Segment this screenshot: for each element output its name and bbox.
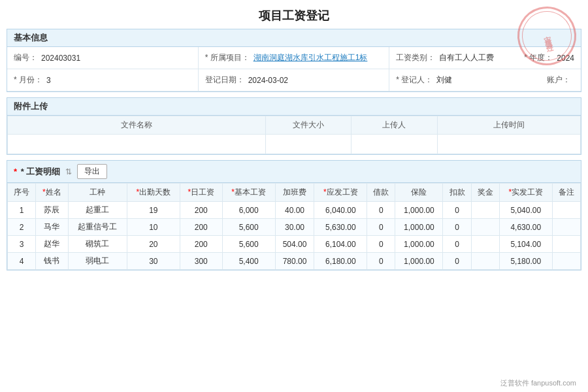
attach-col-name: 文件名称 (8, 116, 266, 135)
cell-r1-c2: 起重信号工 (68, 219, 127, 236)
cell-r1-c1: 马华 (36, 219, 68, 236)
salary-col-7: *应发工资 (314, 184, 367, 202)
salary-title: * * 工资明细 (14, 166, 60, 178)
salary-col-9: 保险 (395, 184, 443, 202)
dengjidate-label: 登记日期： (205, 74, 244, 86)
bianhao-value: 202403031 (41, 54, 80, 63)
yuefen-value: 3 (46, 76, 51, 85)
cell-r1-c6: 30.00 (275, 219, 314, 236)
salary-table: 序号*姓名工种*出勤天数*日工资*基本工资加班费*应发工资借款保险扣款奖金*实发… (7, 183, 581, 270)
salary-section: * * 工资明细 ⇅ 导出 序号*姓名工种*出勤天数*日工资*基本工资加班费*应… (7, 160, 581, 270)
cell-r1-c5: 5,600 (222, 219, 275, 236)
cell-r0-c8: 0 (367, 202, 395, 219)
attach-col-uploader: 上传人 (351, 116, 438, 135)
salary-body: 1苏辰起重工192006,00040.006,040.0001,000.0005… (8, 202, 581, 270)
salary-header: * * 工资明细 ⇅ 导出 (7, 161, 581, 183)
export-button[interactable]: 导出 (77, 164, 107, 179)
cell-r1-c11 (471, 219, 499, 236)
zhanghu-label: 账户： (547, 74, 570, 86)
basic-info-grid: 编号： 202403031 * 所属项目： 湖南洞庭湖水库引水工程施工1标 工资… (7, 47, 581, 91)
bianhao-cell: 编号： 202403031 (7, 47, 199, 69)
cell-r2-c9: 1,000.00 (395, 236, 443, 253)
table-row: 1苏辰起重工192006,00040.006,040.0001,000.0005… (8, 202, 581, 219)
cell-r2-c1: 赵华 (36, 236, 68, 253)
cell-r1-c3: 10 (127, 219, 180, 236)
cell-r0-c0: 1 (8, 202, 36, 219)
cell-r1-c4: 200 (180, 219, 222, 236)
cell-r0-c7: 6,040.00 (314, 202, 367, 219)
dengjidate-value: 2024-03-02 (248, 76, 288, 85)
cell-r1-c12: 4,630.00 (499, 219, 552, 236)
dengjiren-label: * 登记人： (396, 74, 433, 86)
cell-r3-c3: 30 (127, 253, 180, 270)
cell-r1-c8: 0 (367, 219, 395, 236)
cell-r0-c2: 起重工 (68, 202, 127, 219)
cell-r0-c1: 苏辰 (36, 202, 68, 219)
cell-r2-c11 (471, 236, 499, 253)
salary-table-wrap[interactable]: 序号*姓名工种*出勤天数*日工资*基本工资加班费*应发工资借款保险扣款奖金*实发… (7, 183, 581, 270)
cell-r1-c9: 1,000.00 (395, 219, 443, 236)
cell-r2-c3: 20 (127, 236, 180, 253)
branding: 泛普软件 fanpusoft.com (500, 378, 576, 388)
cell-r2-c7: 6,104.00 (314, 236, 367, 253)
cell-r1-c13 (552, 219, 580, 236)
table-row: 2马华起重信号工102005,60030.005,630.0001,000.00… (8, 219, 581, 236)
cell-r2-c12: 5,104.00 (499, 236, 552, 253)
gongzileibie-value: 自有工人人工费 (439, 52, 494, 63)
cell-r0-c6: 40.00 (275, 202, 314, 219)
cell-r2-c13 (552, 236, 580, 253)
cell-r0-c4: 200 (180, 202, 222, 219)
cell-r0-c10: 0 (443, 202, 471, 219)
cell-r1-c10: 0 (443, 219, 471, 236)
salary-col-10: 扣款 (443, 184, 471, 202)
cell-r2-c2: 砌筑工 (68, 236, 127, 253)
cell-r0-c5: 6,000 (222, 202, 275, 219)
cell-r2-c5: 5,600 (222, 236, 275, 253)
yuefen-label: * 月份： (14, 74, 42, 86)
suoshu-cell: * 所属项目： 湖南洞庭湖水库引水工程施工1标 (199, 47, 390, 69)
cell-r3-c5: 5,400 (222, 253, 275, 270)
cell-r3-c7: 6,180.00 (314, 253, 367, 270)
basic-info-section: 基本信息 编号： 202403031 * 所属项目： 湖南洞庭湖水库引水工程施工… (7, 29, 581, 92)
cell-r2-c4: 200 (180, 236, 222, 253)
cell-r3-c8: 0 (367, 253, 395, 270)
cell-r3-c9: 1,000.00 (395, 253, 443, 270)
page-title: 项目工资登记 (0, 0, 588, 29)
salary-col-13: 备注 (552, 184, 580, 202)
table-row: 3赵华砌筑工202005,600504.006,104.0001,000.000… (8, 236, 581, 253)
salary-col-11: 奖金 (471, 184, 499, 202)
cell-r3-c4: 300 (180, 253, 222, 270)
cell-r0-c3: 19 (127, 202, 180, 219)
niandu-value: 2024 (557, 54, 574, 63)
cell-r2-c8: 0 (367, 236, 395, 253)
cell-r3-c10: 0 (443, 253, 471, 270)
suoshu-value[interactable]: 湖南洞庭湖水库引水工程施工1标 (253, 52, 368, 63)
yuefen-cell: * 月份： 3 (7, 69, 199, 91)
cell-r2-c6: 504.00 (275, 236, 314, 253)
sort-icon: ⇅ (65, 167, 72, 176)
cell-r2-c0: 3 (8, 236, 36, 253)
salary-col-4: *日工资 (180, 184, 222, 202)
cell-r3-c0: 4 (8, 253, 36, 270)
salary-col-2: 工种 (68, 184, 127, 202)
salary-col-12: *实发工资 (499, 184, 552, 202)
salary-col-5: *基本工资 (222, 184, 275, 202)
cell-r0-c13 (552, 202, 580, 219)
attach-col-time: 上传时间 (437, 116, 580, 135)
cell-r1-c0: 2 (8, 219, 36, 236)
cell-r0-c9: 1,000.00 (395, 202, 443, 219)
niandu-label: * 年度： (524, 52, 553, 63)
salary-col-3: *出勤天数 (127, 184, 180, 202)
attachment-header: 附件上传 (7, 98, 581, 116)
cell-r0-c12: 5,040.00 (499, 202, 552, 219)
cell-r3-c12: 5,180.00 (499, 253, 552, 270)
attachment-table: 文件名称 文件大小 上传人 上传时间 (7, 116, 581, 154)
salary-col-8: 借款 (367, 184, 395, 202)
attachment-section: 附件上传 文件名称 文件大小 上传人 上传时间 (7, 97, 581, 155)
cell-r1-c7: 5,630.00 (314, 219, 367, 236)
gongzileibie-label: 工资类别： (396, 52, 435, 63)
salary-col-6: 加班费 (275, 184, 314, 202)
dengjiren-value: 刘健 (436, 74, 452, 86)
cell-r3-c1: 钱书 (36, 253, 68, 270)
suoshu-label: * 所属项目： (205, 52, 250, 63)
